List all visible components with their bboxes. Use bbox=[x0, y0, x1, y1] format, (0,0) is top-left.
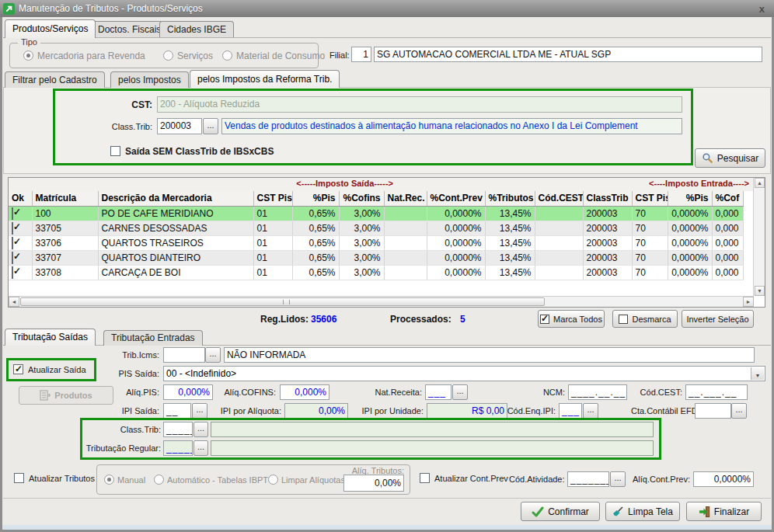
produtos-button[interactable]: Produtos bbox=[19, 386, 113, 405]
col-tributos: %Tributos bbox=[485, 191, 535, 206]
confirmar-button[interactable]: Confirmar bbox=[521, 502, 600, 521]
row-checkbox-cell[interactable] bbox=[9, 221, 32, 235]
scroll-down-icon[interactable]: ▼ bbox=[755, 286, 765, 296]
cod-enq-ipi-lookup-button[interactable]: ... bbox=[583, 403, 598, 419]
radio-mercadoria-revenda[interactable] bbox=[23, 50, 33, 61]
grid-row[interactable]: 33705 CARNES DESOSSADAS 01 0,65% 3,00% 0… bbox=[9, 221, 743, 235]
cell-cof-ent: 0,000 bbox=[712, 221, 743, 235]
grid-row[interactable]: 100 PO DE CAFE MERIDIANO 01 0,65% 3,00% … bbox=[9, 206, 743, 221]
radio-material-consumo[interactable] bbox=[222, 50, 232, 61]
row-checkbox[interactable] bbox=[12, 222, 13, 235]
radio-servicos[interactable] bbox=[163, 50, 173, 61]
row-checkbox-cell[interactable] bbox=[9, 235, 32, 250]
cod-cest-field[interactable]: __.___.__ bbox=[685, 384, 748, 400]
row-checkbox[interactable] bbox=[12, 266, 13, 279]
cta-contabil-field[interactable] bbox=[695, 403, 731, 419]
tab-impostos-reforma[interactable]: pelos Impostos da Reforma Trib. bbox=[190, 70, 340, 88]
trib-icms-lookup-button[interactable]: ... bbox=[205, 347, 221, 363]
tipo-legend: Tipo bbox=[18, 37, 40, 47]
cell-pis-ent: 0,0000% bbox=[668, 221, 712, 235]
tab-tributacao-entradas[interactable]: Tributação Entradas bbox=[103, 330, 203, 346]
hscroll-thumb[interactable] bbox=[20, 297, 545, 306]
aliq-contprev-field[interactable]: 0,0000% bbox=[693, 471, 754, 487]
tributacao-regular-lookup-button[interactable]: ... bbox=[194, 440, 208, 456]
nat-receita-lookup-button[interactable]: ... bbox=[452, 384, 468, 400]
aliq-tributos-field[interactable]: 0,00% bbox=[343, 475, 404, 492]
window-bottom-edge bbox=[2, 525, 772, 530]
row-checkbox[interactable] bbox=[12, 252, 13, 264]
ncm-field[interactable]: ____.__.__ bbox=[568, 384, 627, 400]
close-icon[interactable]: x bbox=[759, 3, 765, 15]
magnifier-icon bbox=[702, 152, 713, 164]
atualizar-saida-checkbox[interactable] bbox=[13, 364, 23, 374]
atualizar-contprev-label: Atualizar Cont.Prev bbox=[434, 471, 508, 486]
grid-row[interactable]: 33708 CARCAÇA DE BOI 01 0,65% 3,00% 0,00… bbox=[9, 265, 743, 280]
tab-filtrar-cadastro[interactable]: Filtrar pelo Cadastro bbox=[5, 71, 105, 88]
pis-saida-combo[interactable]: 00 - <Indefinido> bbox=[163, 366, 765, 381]
cell-cont-prev: 0,0000% bbox=[427, 235, 485, 250]
tab-cidades-ibge[interactable]: Cidades IBGE bbox=[159, 21, 234, 37]
radio-automatico-ibpt[interactable] bbox=[154, 475, 164, 485]
cell-nat-rec bbox=[384, 206, 427, 221]
aliq-cofins-label: Alíq.COFINS: bbox=[210, 384, 276, 400]
cod-enq-ipi-field[interactable]: ___ bbox=[559, 403, 582, 419]
cta-contabil-lookup-button[interactable]: ... bbox=[731, 403, 747, 419]
row-checkbox-cell[interactable] bbox=[9, 250, 32, 265]
cell-cont-prev: 0,0000% bbox=[427, 250, 485, 265]
cell-cofins: 3,00% bbox=[339, 250, 384, 265]
horizontal-scrollbar[interactable]: ◄ ► bbox=[9, 296, 754, 307]
cell-cont-prev: 0,0000% bbox=[427, 265, 485, 280]
aliq-cofins-field[interactable]: 0,000% bbox=[280, 384, 329, 400]
tab-produtos-servicos[interactable]: Produtos/Serviços bbox=[5, 19, 96, 38]
window-title: Manutenção de Tributos - Produtos/Serviç… bbox=[19, 3, 203, 14]
tab-pelos-impostos[interactable]: pelos Impostos bbox=[110, 71, 189, 88]
cell-pis-ent: 0,0000% bbox=[668, 206, 712, 221]
finalizar-button[interactable]: Finalizar bbox=[686, 502, 762, 521]
radio-limpar-aliquotas[interactable] bbox=[268, 475, 278, 485]
cell-descricao: QUARTOS DIANTEIRO bbox=[98, 250, 253, 265]
dropdown-arrow-icon[interactable] bbox=[751, 367, 764, 380]
grid-table: Ok Matrícula Descrição da Mercadoria CST… bbox=[9, 191, 744, 280]
ipi-saida-field[interactable]: __ bbox=[163, 403, 191, 419]
classtrib-lookup-button[interactable]: ... bbox=[203, 118, 218, 134]
tab-doctos-fiscais[interactable]: Doctos. Fiscais bbox=[90, 21, 169, 37]
tab-tributacao-saidas[interactable]: Tributação Saídas bbox=[5, 329, 96, 346]
filial-code-field[interactable]: 1 bbox=[351, 47, 371, 62]
cod-atividade-field[interactable]: ________ bbox=[567, 471, 609, 487]
vertical-scrollbar[interactable]: ▲ ▼ bbox=[753, 178, 765, 296]
atualizar-contprev-checkbox[interactable] bbox=[420, 473, 430, 483]
aliq-pis-field[interactable]: 0,000% bbox=[163, 384, 213, 400]
pesquisar-button[interactable]: Pesquisar bbox=[695, 148, 765, 168]
inverter-selecao-button[interactable]: Inverter Seleção bbox=[682, 310, 754, 328]
cell-cst-pis: 01 bbox=[253, 206, 292, 221]
grid-row[interactable]: 33706 QUARTOS TRASEIROS 01 0,65% 3,00% 0… bbox=[9, 235, 743, 250]
radio-manual[interactable] bbox=[104, 475, 114, 485]
atualizar-tributos-checkbox[interactable] bbox=[14, 473, 24, 483]
processados-label: Processados: bbox=[390, 314, 452, 325]
marca-todos-button[interactable]: Marca Todos bbox=[538, 310, 605, 328]
row-checkbox[interactable] bbox=[12, 237, 13, 249]
cell-tributos: 13,45% bbox=[485, 265, 535, 280]
scroll-left-icon[interactable]: ◄ bbox=[9, 297, 19, 307]
cod-atividade-lookup-button[interactable]: ... bbox=[610, 471, 626, 487]
marca-todos-label: Marca Todos bbox=[553, 315, 602, 324]
cell-cod-cest bbox=[535, 221, 583, 235]
scroll-up-icon[interactable]: ▲ bbox=[755, 178, 765, 188]
trib-icms-field[interactable] bbox=[163, 347, 205, 363]
saida-sem-classtrib-checkbox[interactable] bbox=[110, 146, 120, 156]
limpa-tela-button[interactable]: Limpa Tela bbox=[605, 502, 680, 521]
tributacao-regular-field[interactable]: _____ bbox=[163, 440, 193, 456]
desmarca-button[interactable]: Desmarca bbox=[612, 310, 678, 328]
scroll-right-icon[interactable]: ► bbox=[743, 297, 754, 307]
row-checkbox-cell[interactable] bbox=[9, 206, 32, 221]
confirmar-label: Confirmar bbox=[548, 506, 589, 517]
pis-saida-value: 00 - <Indefinido> bbox=[166, 368, 236, 379]
saida-classtrib-field[interactable]: _____ bbox=[163, 422, 193, 437]
row-checkbox-cell[interactable] bbox=[9, 265, 32, 280]
grid-row[interactable]: 33707 QUARTOS DIANTEIRO 01 0,65% 3,00% 0… bbox=[9, 250, 743, 265]
row-checkbox[interactable] bbox=[12, 207, 13, 220]
classtrib-code-field[interactable]: 200003 bbox=[157, 118, 202, 134]
ipi-saida-lookup-button[interactable]: ... bbox=[192, 403, 207, 419]
nat-receita-field[interactable]: ___ bbox=[425, 384, 452, 400]
saida-classtrib-lookup-button[interactable]: ... bbox=[194, 422, 208, 437]
